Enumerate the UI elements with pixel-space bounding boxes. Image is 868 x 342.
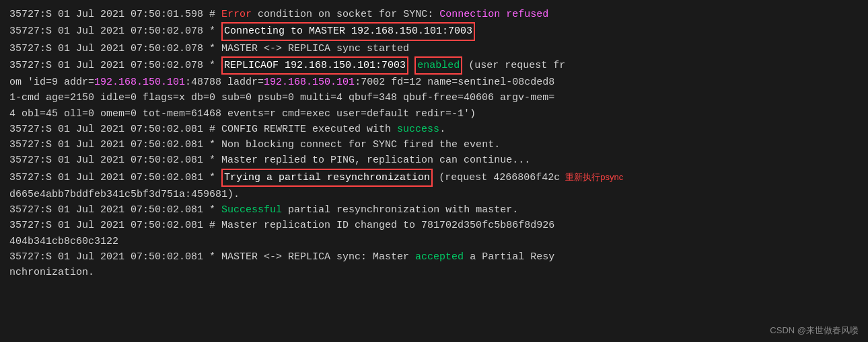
line-segment: :7002 fd=12 name=sentinel-08cded8 — [355, 75, 554, 90]
line-segment: . — [439, 122, 445, 137]
line-segment: MASTER <-> REPLICA sync started — [221, 41, 409, 56]
line-segment: REPLICAOF 192.168.150.101:7003 — [221, 56, 408, 75]
line-prefix: 35727:S 01 Jul 2021 07:50:02.081 # — [9, 218, 221, 233]
line-segment — [408, 58, 414, 73]
line-segment: d665e4abb7bddfeb341c5bf3d751a:459681). — [9, 187, 240, 202]
line-segment: Successful — [221, 202, 282, 218]
line-segment: 4 obl=45 oll=0 omem=0 tot-mem=61468 even… — [9, 106, 476, 122]
terminal-line: 35727:S 01 Jul 2021 07:50:02.078 * REPLI… — [9, 56, 859, 75]
terminal-line: 1-cmd age=2150 idle=0 flags=x db=0 sub=0… — [9, 90, 859, 105]
terminal-line: om 'id=9 addr=192.168.150.101:48788 ladd… — [9, 75, 859, 90]
line-prefix: 35727:S 01 Jul 2021 07:50:02.078 * — [9, 24, 221, 39]
terminal-line: 35727:S 01 Jul 2021 07:50:02.081 * Succe… — [9, 202, 859, 218]
line-segment: :48788 laddr= — [185, 75, 264, 90]
line-prefix: 35727:S 01 Jul 2021 07:50:02.081 * — [9, 249, 221, 265]
line-annotation: 重新执行psync — [565, 171, 623, 184]
terminal-line: 35727:S 01 Jul 2021 07:50:02.081 # CONFI… — [9, 122, 859, 137]
terminal-line: nchronization. — [9, 265, 859, 280]
terminal-line: 35727:S 01 Jul 2021 07:50:02.081 * Tryin… — [9, 169, 859, 187]
terminal-output: 35727:S 01 Jul 2021 07:50:01.598 # Error… — [0, 0, 868, 287]
terminal-line: 35727:S 01 Jul 2021 07:50:02.081 * Maste… — [9, 153, 859, 168]
line-segment: 1-cmd age=2150 idle=0 flags=x db=0 sub=0… — [9, 90, 554, 105]
line-segment: (user request fr — [462, 58, 565, 73]
line-prefix: 35727:S 01 Jul 2021 07:50:02.081 * — [9, 202, 221, 218]
terminal-line: 35727:S 01 Jul 2021 07:50:02.081 * MASTE… — [9, 249, 859, 265]
line-prefix: 35727:S 01 Jul 2021 07:50:02.078 * — [9, 41, 221, 56]
line-segment: 404b341cb8c60c3122 — [9, 234, 118, 249]
terminal-line: 35727:S 01 Jul 2021 07:50:02.078 * Conne… — [9, 22, 859, 40]
line-segment: accepted — [415, 249, 464, 265]
line-segment: condition on socket for SYNC: — [252, 7, 439, 22]
line-segment: Connecting to MASTER 192.168.150.101:700… — [221, 22, 475, 40]
line-segment: Trying a partial resynchronization — [221, 169, 433, 187]
terminal-line: d665e4abb7bddfeb341c5bf3d751a:459681). — [9, 187, 859, 202]
line-segment: MASTER <-> REPLICA sync: Master — [221, 249, 415, 265]
line-prefix: 35727:S 01 Jul 2021 07:50:02.081 * — [9, 170, 221, 185]
line-segment: Connection refused — [439, 7, 548, 22]
line-segment: enabled — [414, 56, 462, 75]
line-prefix: 35727:S 01 Jul 2021 07:50:02.081 * — [9, 137, 221, 153]
line-segment: Master replied to PING, replication can … — [221, 153, 530, 168]
line-segment: success — [397, 122, 439, 137]
line-prefix: 35727:S 01 Jul 2021 07:50:01.598 # — [9, 7, 221, 22]
terminal-line: 35727:S 01 Jul 2021 07:50:02.081 * Non b… — [9, 137, 859, 153]
terminal-line: 35727:S 01 Jul 2021 07:50:02.078 * MASTE… — [9, 41, 859, 56]
terminal-line: 4 obl=45 oll=0 omem=0 tot-mem=61468 even… — [9, 106, 859, 122]
line-segment: partial resynchronization with master. — [282, 202, 518, 218]
line-segment: Master replication ID changed to 781702d… — [221, 218, 554, 233]
line-prefix: 35727:S 01 Jul 2021 07:50:02.078 * — [9, 58, 221, 73]
line-segment: 192.168.150.101 — [94, 75, 185, 90]
line-prefix: 35727:S 01 Jul 2021 07:50:02.081 # — [9, 122, 221, 137]
line-segment: Error — [221, 7, 252, 22]
line-segment: a Partial Resy — [464, 249, 554, 265]
line-segment: om 'id=9 addr= — [9, 75, 94, 90]
terminal-line: 404b341cb8c60c3122 — [9, 234, 859, 249]
line-segment: nchronization. — [9, 265, 94, 280]
line-segment: CONFIG REWRITE executed with — [221, 122, 397, 137]
line-segment: (request 4266806f42c — [433, 170, 560, 185]
line-segment: 192.168.150.101 — [264, 75, 355, 90]
terminal-line: 35727:S 01 Jul 2021 07:50:01.598 # Error… — [9, 7, 859, 22]
line-segment: Non blocking connect for SYNC fired the … — [221, 137, 500, 153]
watermark: CSDN @来世做春风喽 — [770, 325, 859, 337]
terminal-line: 35727:S 01 Jul 2021 07:50:02.081 # Maste… — [9, 218, 859, 233]
line-prefix: 35727:S 01 Jul 2021 07:50:02.081 * — [9, 153, 221, 168]
